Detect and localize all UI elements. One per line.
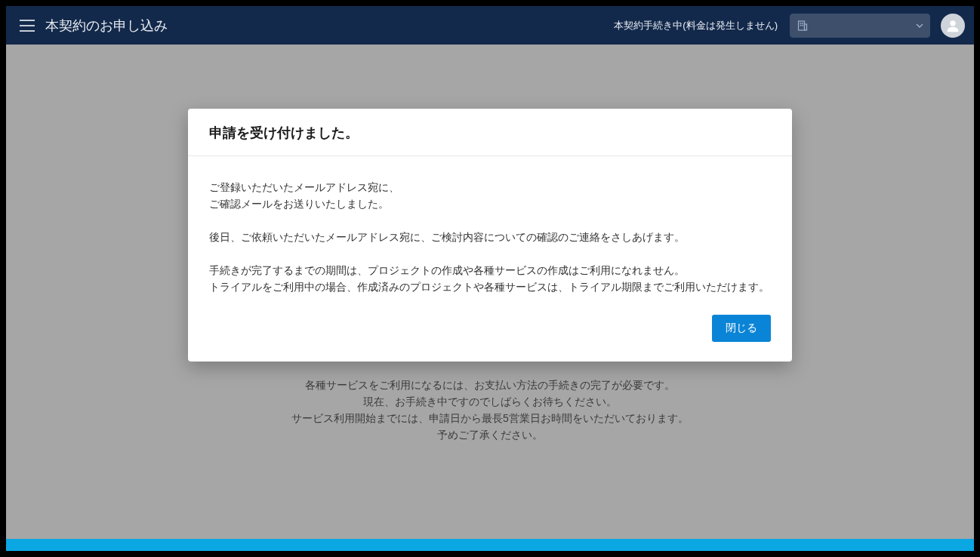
organization-select[interactable] [790, 14, 930, 38]
svg-rect-8 [805, 24, 807, 30]
background-notice: 各種サービスをご利用になるには、お支払い方法の手続きの完了が必要です。 現在、お… [6, 377, 974, 443]
user-icon [945, 17, 961, 34]
bg-notice-line: 各種サービスをご利用になるには、お支払い方法の手続きの完了が必要です。 [6, 377, 974, 393]
svg-rect-6 [800, 24, 802, 26]
footer-bar [6, 539, 974, 551]
svg-rect-7 [802, 24, 803, 26]
svg-rect-0 [20, 20, 35, 21]
modal-actions: 閉じる [188, 310, 792, 362]
svg-rect-1 [20, 25, 35, 26]
bg-notice-line: サービス利用開始までには、申請日から最長5営業日お時間をいただいております。 [6, 410, 974, 426]
svg-rect-3 [799, 21, 805, 30]
svg-rect-4 [800, 23, 802, 24]
close-button[interactable]: 閉じる [712, 315, 771, 342]
modal-title: 申請を受け付けました。 [209, 124, 771, 142]
modal-paragraph: ご登録いただいたメールアドレス宛に、 ご確認メールをお送りいたしました。 [209, 179, 771, 212]
svg-rect-2 [20, 30, 35, 32]
menu-button[interactable] [12, 11, 42, 41]
building-icon [797, 20, 809, 32]
modal-text-line: トライアルをご利用中の場合、作成済みのプロジェクトや各種サービスは、トライアル期… [209, 281, 769, 293]
bg-notice-line: 予めご了承ください。 [6, 426, 974, 443]
modal-body: ご登録いただいたメールアドレス宛に、 ご確認メールをお送りいたしました。 後日、… [188, 156, 792, 310]
svg-rect-5 [802, 23, 803, 24]
hamburger-icon [20, 20, 35, 32]
page-content: 各種サービスをご利用になるには、お支払い方法の手続きの完了が必要です。 現在、お… [6, 45, 974, 551]
modal-header: 申請を受け付けました。 [188, 109, 792, 156]
chevron-down-icon [916, 23, 923, 28]
modal-text-line: ご登録いただいたメールアドレス宛に、 [209, 181, 399, 193]
modal-paragraph: 後日、ご依頼いただいたメールアドレス宛に、ご検討内容についての確認のご連絡をさし… [209, 229, 771, 245]
modal-text-line: 後日、ご依頼いただいたメールアドレス宛に、ご検討内容についての確認のご連絡をさし… [209, 231, 685, 243]
contract-status-text: 本契約手続き中(料金は発生しません) [614, 19, 778, 32]
page-title: 本契約のお申し込み [45, 17, 168, 35]
app-frame: 本契約のお申し込み 本契約手続き中(料金は発生しません) [6, 6, 974, 551]
confirmation-modal: 申請を受け付けました。 ご登録いただいたメールアドレス宛に、 ご確認メールをお送… [188, 109, 792, 362]
modal-paragraph: 手続きが完了するまでの期間は、プロジェクトの作成や各種サービスの作成はご利用にな… [209, 262, 771, 295]
user-avatar[interactable] [941, 14, 965, 38]
svg-point-9 [950, 20, 955, 26]
bg-notice-line: 現在、お手続き中ですのでしばらくお待ちください。 [6, 393, 974, 410]
modal-text-line: 手続きが完了するまでの期間は、プロジェクトの作成や各種サービスの作成はご利用にな… [209, 264, 685, 276]
modal-text-line: ご確認メールをお送りいたしました。 [209, 198, 389, 210]
app-header: 本契約のお申し込み 本契約手続き中(料金は発生しません) [6, 6, 974, 45]
